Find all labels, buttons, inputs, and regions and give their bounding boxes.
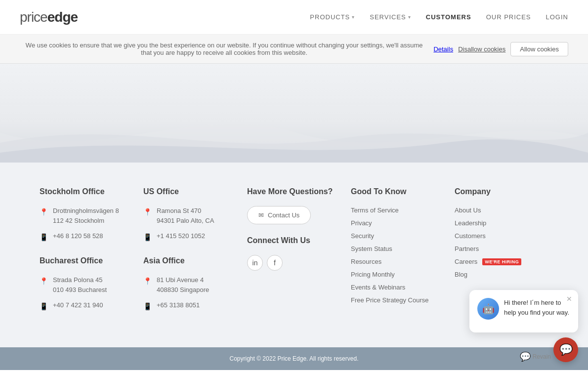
asia-phone: 📱 +65 3138 8051	[143, 300, 237, 312]
careers-link[interactable]: Careers	[455, 258, 477, 265]
list-item: Pricing Monthly	[351, 270, 445, 278]
system-status-link[interactable]: System Status	[351, 245, 392, 252]
asia-phone-text: +65 3138 8051	[157, 300, 200, 310]
list-item: Events & Webinars	[351, 283, 445, 291]
contact-us-label: Contact Us	[268, 211, 299, 219]
navigation: priceedge PRODUCTS SERVICES CUSTOMERS OU…	[0, 0, 588, 35]
us-address: 📍 Ramona St 47094301 Palo Alto, CA	[143, 206, 237, 225]
chat-close-button[interactable]: ✕	[566, 295, 572, 303]
nav-links: PRODUCTS SERVICES CUSTOMERS OUR PRICES L…	[310, 13, 568, 21]
nav-products[interactable]: PRODUCTS	[310, 13, 355, 21]
chat-widget: ✕ 🤖 Hi there! I´m here to help you find …	[469, 290, 578, 332]
chat-message: Hi there! I´m here to help you find your…	[504, 298, 570, 317]
phone-icon-us: 📱	[143, 232, 152, 243]
us-phone-text: +1 415 520 1052	[157, 231, 205, 241]
stockholm-phone-text: +46 8 120 58 528	[53, 231, 103, 241]
envelope-icon: ✉	[258, 211, 264, 219]
copyright-text: Copyright © 2022 Price Edge. All rights …	[230, 355, 359, 362]
list-item: Partners	[455, 245, 548, 252]
stockholm-office-title: Stockholm Office	[40, 187, 133, 196]
free-course-link[interactable]: Free Price Strategy Course	[351, 296, 429, 304]
stockholm-phone: 📱 +46 8 120 58 528	[40, 231, 133, 243]
asia-address: 📍 81 Ubi Avenue 4408830 Singapore	[143, 275, 237, 294]
logo-text-second: edge	[47, 9, 78, 25]
location-icon-bucharest: 📍	[40, 276, 48, 287]
company-list: About Us Leadership Customers Partners C…	[455, 206, 548, 278]
footer-bottom: Copyright © 2022 Price Edge. All rights …	[0, 347, 588, 370]
footer-col-office-1: Stockholm Office 📍 Drottningholmsvägen 8…	[40, 187, 133, 318]
hero-wave-section	[0, 64, 588, 163]
footer-col-contact: Have More Questions? ✉ Contact Us Connec…	[247, 187, 341, 318]
about-us-link[interactable]: About Us	[455, 207, 481, 214]
good-to-know-list: Terms of Service Privacy Security System…	[351, 206, 445, 304]
list-item: Leadership	[455, 219, 548, 227]
allow-cookies-button[interactable]: Allow cookies	[510, 42, 568, 56]
list-item: Security	[351, 232, 445, 240]
phone-icon-bucharest: 📱	[40, 301, 48, 312]
us-phone: 📱 +1 415 520 1052	[143, 231, 237, 243]
disallow-cookies-link[interactable]: Disallow cookies	[458, 45, 505, 53]
us-office-title: US Office	[143, 187, 237, 196]
cookie-banner: We use cookies to ensure that we give yo…	[0, 35, 588, 64]
location-icon: 📍	[40, 207, 48, 217]
blog-link[interactable]: Blog	[455, 271, 467, 278]
list-item: System Status	[351, 245, 445, 252]
social-icons: in f	[247, 255, 341, 271]
nav-our-prices[interactable]: OUR PRICES	[486, 13, 531, 21]
logo-text-first: price	[20, 9, 47, 25]
phone-icon-asia: 📱	[143, 301, 152, 312]
resources-link[interactable]: Resources	[351, 258, 381, 265]
chat-bubble-button[interactable]: 💬	[553, 337, 578, 362]
stockholm-address-text: Drottningholmsvägen 8112 42 Stockholm	[53, 206, 119, 225]
revain-label: Revain	[533, 353, 551, 360]
phone-icon-stockholm: 📱	[40, 232, 48, 243]
chat-avatar: 🤖	[477, 298, 499, 320]
stockholm-address: 📍 Drottningholmsvägen 8112 42 Stockholm	[40, 206, 133, 225]
cookie-details-link[interactable]: Details	[433, 45, 453, 53]
wave-svg	[0, 103, 588, 163]
bucharest-office-title: Bucharest Office	[40, 256, 133, 265]
list-item: Resources	[351, 257, 445, 265]
security-link[interactable]: Security	[351, 232, 374, 240]
footer-col-office-2: US Office 📍 Ramona St 47094301 Palo Alto…	[143, 187, 237, 318]
list-item: Free Price Strategy Course	[351, 296, 445, 304]
list-item: Terms of Service	[351, 206, 445, 214]
list-item: Careers WE'RE HIRING	[455, 257, 548, 265]
list-item: About Us	[455, 206, 548, 214]
cookie-actions: Disallow cookies Allow cookies	[458, 42, 568, 56]
asia-address-text: 81 Ubi Avenue 4408830 Singapore	[157, 275, 209, 294]
nav-services[interactable]: SERVICES	[370, 13, 411, 21]
facebook-icon[interactable]: f	[267, 255, 283, 271]
revain-icon: 💬	[520, 351, 531, 362]
pricing-monthly-link[interactable]: Pricing Monthly	[351, 271, 395, 278]
location-icon-us: 📍	[143, 207, 152, 217]
terms-link[interactable]: Terms of Service	[351, 207, 399, 214]
list-item: Customers	[455, 232, 548, 240]
bucharest-address-text: Strada Polona 45010 493 Bucharest	[53, 275, 107, 294]
list-item: Blog	[455, 270, 548, 278]
connect-title: Connect With Us	[247, 236, 341, 245]
logo[interactable]: priceedge	[20, 9, 78, 25]
footer-col-good-to-know: Good To Know Terms of Service Privacy Se…	[351, 187, 445, 318]
list-item: Privacy	[351, 219, 445, 227]
linkedin-icon[interactable]: in	[247, 255, 263, 271]
nav-customers[interactable]: CUSTOMERS	[426, 13, 471, 21]
company-title: Company	[455, 187, 548, 196]
revain-widget[interactable]: 💬 Revain	[520, 351, 551, 362]
customers-link[interactable]: Customers	[455, 232, 486, 240]
nav-login[interactable]: LOGIN	[546, 13, 568, 21]
bucharest-phone-text: +40 7 422 31 940	[53, 300, 103, 310]
good-to-know-title: Good To Know	[351, 187, 445, 196]
contact-us-button[interactable]: ✉ Contact Us	[247, 206, 311, 224]
events-webinars-link[interactable]: Events & Webinars	[351, 284, 405, 291]
privacy-link[interactable]: Privacy	[351, 219, 372, 227]
us-address-text: Ramona St 47094301 Palo Alto, CA	[157, 206, 214, 225]
asia-office-title: Asia Office	[143, 256, 237, 265]
leadership-link[interactable]: Leadership	[455, 219, 486, 227]
questions-title: Have More Questions?	[247, 187, 341, 196]
partners-link[interactable]: Partners	[455, 245, 479, 252]
bucharest-address: 📍 Strada Polona 45010 493 Bucharest	[40, 275, 133, 294]
bucharest-phone: 📱 +40 7 422 31 940	[40, 300, 133, 312]
chat-header: 🤖 Hi there! I´m here to help you find yo…	[477, 298, 570, 320]
cookie-text: We use cookies to ensure that we give yo…	[20, 41, 428, 56]
